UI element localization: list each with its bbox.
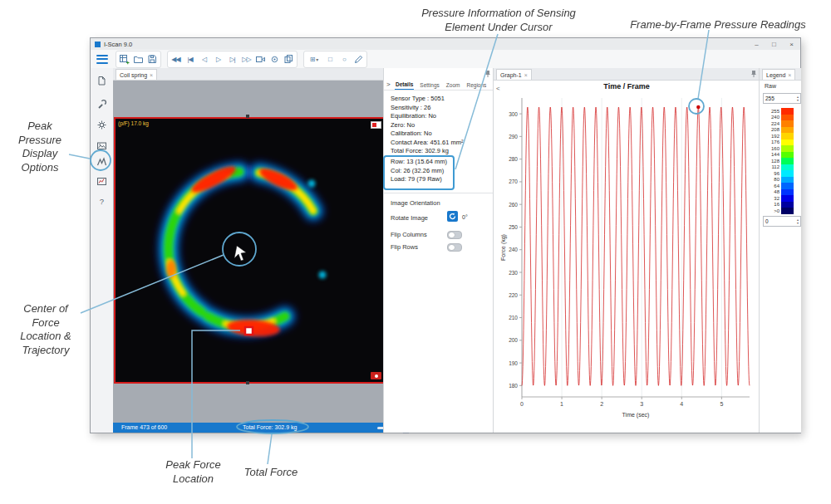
display-image-button[interactable] xyxy=(96,139,108,152)
close-legend-tab-icon[interactable]: × xyxy=(788,72,791,78)
legend-tab-row: Legend × xyxy=(760,68,801,81)
flip-rows-label: Flip Rows xyxy=(391,243,418,251)
legend-row: 160 xyxy=(763,145,796,152)
tab-legend[interactable]: Legend × xyxy=(762,69,795,80)
chart-title: Time / Frame xyxy=(494,82,760,91)
record-button[interactable] xyxy=(268,52,282,66)
svg-text:190: 190 xyxy=(509,360,518,366)
tab-graph-1[interactable]: Graph-1 × xyxy=(496,69,532,80)
peak-pressure-display-button[interactable] xyxy=(96,155,108,168)
document-icon xyxy=(96,76,107,86)
legend-row-value: 192 xyxy=(763,134,781,139)
rectangle-tool-button[interactable]: □ xyxy=(323,52,337,66)
spinner-arrows-icon[interactable]: ▴▾ xyxy=(797,95,799,101)
grid-display-button[interactable]: ⊞▾ xyxy=(305,52,323,66)
image-orientation-header: Image Orientation xyxy=(391,199,440,207)
minimize-button[interactable]: – xyxy=(748,38,765,50)
svg-text:280: 280 xyxy=(509,156,518,162)
legend-color-swatch xyxy=(781,195,794,202)
pin-icon[interactable] xyxy=(750,70,757,78)
movie-camera-icon xyxy=(255,54,266,65)
maximize-button[interactable]: □ xyxy=(765,38,783,50)
legend-row: 192 xyxy=(763,133,796,139)
selection-handle[interactable] xyxy=(246,381,249,384)
map-units-badge xyxy=(371,372,381,379)
legend-color-swatch xyxy=(781,108,794,115)
legend-row: 64 xyxy=(763,183,796,189)
legend-color-swatch xyxy=(781,202,794,208)
ellipse-tool-button[interactable]: ○ xyxy=(337,52,352,66)
legend-row: 224 xyxy=(763,120,796,127)
legend-max-spinner[interactable]: 255 ▴▾ xyxy=(763,93,801,104)
legend-color-swatch xyxy=(781,170,794,177)
draw-toolbar-group: ⊞▾ □ ○ xyxy=(303,51,367,68)
legend-row: 48 xyxy=(763,189,796,196)
file-page-button[interactable] xyxy=(96,75,108,87)
movie-button[interactable] xyxy=(253,52,268,66)
annotation-pressure-info: Pressure Information of Sensing Element … xyxy=(405,7,593,34)
legend-row-value: >0 xyxy=(763,208,781,213)
settings-gear-button[interactable] xyxy=(96,119,108,131)
tab-zoom[interactable]: Zoom xyxy=(445,80,461,90)
svg-text:300: 300 xyxy=(509,111,518,117)
open-file-button[interactable] xyxy=(131,52,145,66)
legend-mode-label[interactable]: Raw xyxy=(765,83,776,89)
tab-coil-spring[interactable]: Coil spring × xyxy=(116,69,157,80)
map-tab-label: Coil spring xyxy=(120,72,147,78)
frame-counter: Frame 473 of 600 xyxy=(121,424,167,430)
close-graph-tab-icon[interactable]: × xyxy=(524,72,528,78)
new-window-icon xyxy=(119,54,130,65)
legend-panel: Legend × Raw 255 ▴▾ 25524022420819217616… xyxy=(759,68,801,433)
wrench-icon xyxy=(96,99,107,110)
pencil-tool-button[interactable] xyxy=(352,52,366,66)
play-button[interactable]: ▷ xyxy=(211,52,225,66)
tab-regions[interactable]: Regions xyxy=(465,80,487,90)
snapshot-graph-icon xyxy=(96,176,107,187)
current-frame-marker[interactable] xyxy=(696,105,700,109)
tab-settings[interactable]: Settings xyxy=(419,80,440,90)
flip-columns-toggle[interactable] xyxy=(447,231,462,239)
time-frame-chart[interactable]: 0123451801902002102202302402502602702802… xyxy=(499,91,755,423)
previous-frame-button[interactable]: ◁ xyxy=(197,52,211,66)
tab-details[interactable]: Details xyxy=(395,80,414,90)
legend-min-spinner[interactable]: 0 ▴▾ xyxy=(763,216,801,227)
snapshot-graph-button[interactable] xyxy=(96,175,108,188)
svg-text:240: 240 xyxy=(509,247,518,252)
left-tool-rail: ? xyxy=(91,68,114,433)
selection-handle[interactable] xyxy=(246,115,249,118)
rotate-image-button[interactable] xyxy=(447,211,458,222)
cursor-load: Load: 79 (79 Raw) xyxy=(391,175,490,184)
legend-row: 255 xyxy=(763,108,796,115)
pressure-map-view[interactable]: (p/F) 17.0 kg xyxy=(114,117,386,384)
legend-row-value: 64 xyxy=(763,183,781,188)
close-map-tab-icon[interactable]: × xyxy=(150,72,153,78)
panel-expander-chevron[interactable]: > xyxy=(386,81,391,88)
legend-color-swatch xyxy=(781,164,794,171)
legend-color-scale: 2552402242081921761601441281129680644832… xyxy=(763,108,796,214)
legend-min-value: 0 xyxy=(765,218,769,224)
map-overlay-icon[interactable] xyxy=(371,121,381,129)
flip-rows-toggle[interactable] xyxy=(447,243,462,252)
fast-forward-button[interactable]: ▷▷ xyxy=(239,52,253,66)
close-button[interactable]: × xyxy=(783,38,800,50)
svg-text:3: 3 xyxy=(640,401,643,407)
svg-text:2: 2 xyxy=(600,401,603,407)
help-button[interactable]: ? xyxy=(96,195,108,208)
pin-icon[interactable] xyxy=(484,70,491,78)
legend-color-swatch xyxy=(781,120,794,127)
copy-button[interactable] xyxy=(282,52,296,66)
window-titlebar: I-Scan 9.0 – □ × xyxy=(91,38,800,51)
spinner-arrows-icon[interactable]: ▴▾ xyxy=(797,218,799,224)
first-frame-button[interactable]: |◀ xyxy=(183,52,197,66)
save-button[interactable] xyxy=(145,52,160,66)
legend-color-swatch xyxy=(781,139,794,146)
app-menu-button[interactable] xyxy=(95,54,110,65)
legend-row-value: 144 xyxy=(763,152,781,157)
next-frame-button[interactable]: ▷| xyxy=(225,52,239,66)
legend-row-value: 128 xyxy=(763,159,781,164)
rewind-button[interactable]: ◀◀ xyxy=(169,52,183,66)
calibration-wrench-button[interactable] xyxy=(96,98,108,110)
legend-row-value: 16 xyxy=(763,202,781,207)
graph-tab-label: Graph-1 xyxy=(500,72,522,78)
new-window-button[interactable] xyxy=(117,52,131,66)
